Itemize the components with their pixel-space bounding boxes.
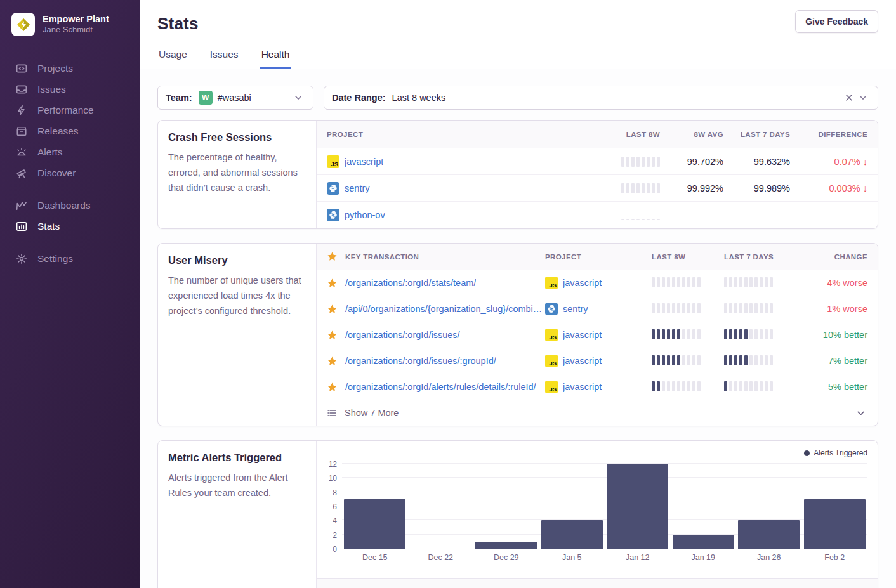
project-link[interactable]: javascript [563, 278, 602, 288]
team-select[interactable]: Team: W #wasabi [157, 86, 313, 110]
metric-alerts-panel: Metric Alerts Triggered Alerts triggered… [157, 440, 878, 588]
project-link[interactable]: javascript [563, 330, 602, 340]
sidebar-item-releases[interactable]: Releases [0, 121, 140, 141]
sparkline-bar [667, 277, 670, 287]
projects-icon [15, 62, 27, 74]
chart-bar [344, 499, 405, 549]
transaction-link[interactable]: /api/0/organizations/{organization_slug}… [345, 304, 545, 314]
sparkline-bar [652, 183, 655, 193]
sparkline-bar [687, 329, 690, 339]
sparkline-bar [760, 381, 763, 391]
project-link[interactable]: javascript [345, 157, 383, 167]
sparkline-bar [765, 355, 768, 365]
sparkline-bar [729, 355, 732, 365]
table-row: /organizations/:orgId/issues/ JSjavascri… [317, 322, 878, 348]
sparkline-bar [724, 303, 727, 313]
x-tick-label: Jan 12 [605, 553, 671, 562]
date-range-select[interactable]: Date Range: Last 8 weeks [324, 86, 878, 110]
chart-bar [541, 520, 603, 549]
project-link[interactable]: python-ov [345, 210, 385, 220]
sidebar-item-dashboards[interactable]: Dashboards [0, 195, 140, 216]
transaction-link[interactable]: /organizations/:orgId/alerts/rules/detai… [345, 382, 536, 392]
sidebar-item-label: Discover [37, 167, 76, 179]
sparkline-bar [682, 381, 685, 391]
clear-date-icon[interactable] [842, 91, 856, 105]
sparkline-bar [739, 277, 742, 287]
sparkline-bar [770, 381, 773, 391]
sparkline [652, 303, 701, 313]
project-link[interactable]: sentry [345, 183, 370, 193]
javascript-platform-icon: JS [545, 355, 558, 367]
date-range-label: Date Range: [332, 93, 386, 103]
show-more-row[interactable]: Show 7 More [317, 400, 878, 426]
tab-issues[interactable]: Issues [209, 49, 240, 69]
tab-usage[interactable]: Usage [157, 49, 188, 69]
team-select-label: Team: [166, 93, 192, 103]
project-link[interactable]: javascript [563, 356, 602, 366]
sparkline-bar [765, 277, 768, 287]
project-link[interactable]: javascript [563, 382, 602, 392]
chevron-down-icon[interactable] [856, 91, 870, 105]
sidebar-item-label: Alerts [37, 147, 63, 158]
sparkline-bar [626, 183, 629, 193]
sidebar-item-label: Issues [37, 84, 66, 95]
sparkline-bar [652, 277, 655, 287]
transaction-link[interactable]: /organizations/:orgId/issues/ [345, 330, 460, 340]
star-icon[interactable] [327, 304, 338, 315]
tab-health[interactable]: Health [260, 49, 291, 69]
table-header: ALERT RULE PROJECT LAST 8W AVERAGE THIS … [317, 578, 878, 588]
org-switcher[interactable]: Empower Plant Jane Schmidt [0, 0, 140, 42]
sparkline [652, 381, 701, 391]
sparkline-bar [662, 381, 665, 391]
sparkline-bar [657, 303, 660, 313]
sparkline-bar [744, 277, 748, 287]
transaction-link[interactable]: /organizations/:orgId/issues/:groupId/ [345, 356, 496, 366]
sparkline-bar [692, 329, 695, 339]
sparkline-bar [754, 303, 758, 313]
sidebar-item-projects[interactable]: Projects [0, 58, 140, 79]
tab-bar: Usage Issues Health [140, 49, 896, 69]
sparkline-bar [734, 303, 737, 313]
chevron-down-icon[interactable] [291, 91, 305, 105]
transaction-link[interactable]: /organizations/:orgId/stats/team/ [345, 278, 476, 288]
y-axis-labels: 024681012 [323, 464, 342, 549]
sparkline [724, 355, 773, 365]
sparkline-bar [697, 303, 701, 313]
stats-icon [15, 220, 27, 232]
sidebar-item-settings[interactable]: Settings [0, 248, 140, 269]
sparkline-bar [652, 303, 655, 313]
sparkline-bar [667, 355, 670, 365]
sparkline-bar [642, 183, 645, 193]
sidebar-item-alerts[interactable]: Alerts [0, 141, 140, 162]
sparkline [621, 210, 660, 220]
project-link[interactable]: sentry [563, 304, 588, 314]
sparkline [724, 329, 773, 339]
sparkline [652, 355, 701, 365]
sparkline-bar [729, 381, 732, 391]
sparkline-bar [770, 329, 773, 339]
sidebar-item-stats[interactable]: Stats [0, 216, 140, 237]
chevron-down-icon[interactable] [853, 406, 867, 420]
last-7d-value: 99.989% [723, 183, 790, 193]
sidebar-item-label: Releases [37, 126, 79, 137]
sidebar-item-label: Dashboards [37, 200, 91, 211]
panel-title: Crash Free Sessions [168, 131, 306, 143]
give-feedback-button[interactable]: Give Feedback [795, 10, 878, 33]
y-tick-label: 2 [333, 531, 337, 540]
sidebar-item-issues[interactable]: Issues [0, 79, 140, 100]
legend-item[interactable]: Alerts Triggered [804, 448, 867, 457]
star-icon[interactable] [327, 278, 338, 289]
table-header: KEY TRANSACTION PROJECT LAST 8W LAST 7 D… [317, 244, 878, 270]
column-header: CHANGE [796, 253, 867, 261]
star-icon[interactable] [327, 356, 338, 367]
sparkline-bar [739, 381, 742, 391]
star-icon[interactable] [327, 382, 338, 393]
sparkline-bar [621, 157, 624, 167]
sparkline-bar [744, 355, 748, 365]
sparkline-bar [677, 329, 680, 339]
sparkline-bar [672, 303, 675, 313]
star-icon[interactable] [327, 330, 338, 341]
sidebar-item-label: Settings [37, 253, 73, 265]
sidebar-item-discover[interactable]: Discover [0, 162, 140, 183]
sidebar-item-performance[interactable]: Performance [0, 100, 140, 121]
